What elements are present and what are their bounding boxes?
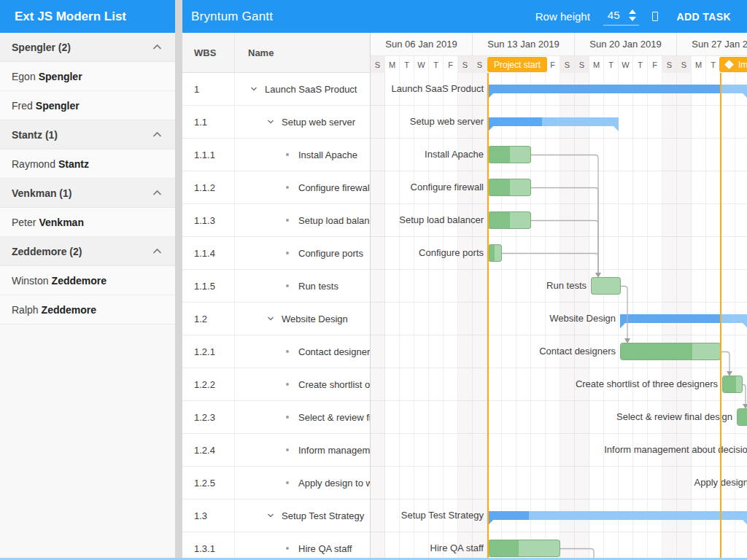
last-name: Venkman: [39, 217, 83, 228]
task-bar[interactable]: [488, 146, 531, 163]
task-row[interactable]: 1.1.4 Configure ports: [182, 237, 370, 270]
row-height-stepper[interactable]: [629, 9, 636, 21]
first-name: Egon: [12, 71, 36, 82]
contact-list-item[interactable]: FredSpengler: [0, 91, 175, 120]
day-header-cell: S: [473, 56, 487, 73]
chevron-up-icon[interactable]: [152, 190, 162, 196]
task-name: Run tests: [298, 281, 338, 292]
task-bar[interactable]: [488, 540, 560, 557]
row-height-value[interactable]: 45: [608, 9, 620, 21]
task-row[interactable]: 1.2.2 Create shortlist of three designer…: [182, 368, 370, 401]
task-row[interactable]: 1.2.1 Contact designers: [182, 335, 370, 368]
chevron-down-icon[interactable]: [266, 510, 276, 521]
task-bar[interactable]: [591, 277, 621, 295]
contact-list-item[interactable]: EgonSpengler: [0, 62, 175, 91]
name-cell: Install Apache: [235, 139, 370, 171]
leaf-bullet-icon: [286, 547, 289, 550]
panel-splitter[interactable]: [175, 0, 182, 560]
day-header-cell: T: [604, 56, 619, 73]
task-row[interactable]: 1.2.5 Apply design to website and test: [182, 467, 370, 499]
task-row[interactable]: 1.1.5 Run tests: [182, 270, 370, 303]
task-row[interactable]: 1.2.3 Select & review final design: [182, 401, 370, 434]
task-bar[interactable]: [620, 343, 721, 360]
task-progress: [488, 511, 529, 525]
project-start-label[interactable]: Project start: [487, 57, 547, 72]
task-bar[interactable]: [737, 408, 747, 426]
contact-list-item[interactable]: RalphZeddemore: [0, 295, 175, 324]
task-row[interactable]: 1.2 Website Design: [182, 303, 370, 335]
important-date-label[interactable]: Important date: [719, 57, 747, 72]
parent-task-bar[interactable]: [488, 85, 747, 98]
chevron-up-icon[interactable]: [152, 131, 162, 138]
task-name: Inform management about decision: [298, 445, 370, 456]
contact-list-item[interactable]: PeterVenkman: [0, 208, 175, 237]
chevron-up-icon[interactable]: [152, 248, 162, 254]
chevron-down-icon[interactable]: [249, 84, 259, 94]
name-cell: Select & review final design: [235, 401, 370, 433]
task-row[interactable]: 1.1 Setup web server: [182, 106, 370, 139]
parent-task-bar[interactable]: [488, 511, 747, 525]
contact-group-header[interactable]: Spengler (2): [0, 33, 175, 62]
task-bar-label: Inform management about decision: [604, 444, 747, 455]
first-name: Peter: [12, 217, 36, 228]
day-header-cell: M: [385, 56, 400, 73]
contact-list-item[interactable]: RaymondStantz: [0, 149, 175, 179]
name-column-header[interactable]: Name: [235, 33, 370, 72]
leaf-bullet-icon: [286, 153, 289, 156]
app-root: Ext JS Modern List Spengler (2) EgonSpen…: [0, 0, 747, 560]
task-row[interactable]: 1 Launch SaaS Product: [182, 73, 370, 106]
task-row[interactable]: 1.1.1 Install Apache: [182, 139, 370, 171]
task-bar[interactable]: [722, 376, 743, 393]
weekend-shading: [371, 73, 385, 560]
chevron-down-icon[interactable]: [266, 117, 276, 127]
contact-list-item[interactable]: WinstonZeddemore: [0, 266, 175, 295]
task-bar[interactable]: [488, 179, 531, 196]
spinner-up-icon[interactable]: [629, 9, 636, 14]
contact-group-header[interactable]: Stantz (1): [0, 120, 175, 149]
week-header-cell: Sun 06 Jan 2019: [371, 33, 473, 56]
chevron-down-icon[interactable]: [266, 314, 276, 324]
last-name: Spengler: [39, 71, 82, 82]
task-bar-label: Install Apache: [425, 149, 484, 160]
grid-rows: 1 Launch SaaS Product 1.1 Setup web serv…: [182, 73, 370, 560]
task-name: Hire QA staff: [298, 543, 352, 554]
wbs-cell: 1.2.3: [182, 401, 235, 433]
leaf-bullet-icon: [286, 219, 289, 222]
gantt-panel: Bryntum Gantt Row height 45 ADD TASK WBS: [182, 0, 747, 560]
unknown-glyph-icon[interactable]: [652, 12, 658, 21]
contact-group-header[interactable]: Zeddemore (2): [0, 237, 175, 266]
task-bar-label: Setup web server: [410, 116, 484, 127]
last-name: Zeddemore: [42, 304, 96, 316]
name-cell: Inform management about decision: [235, 434, 370, 466]
task-row[interactable]: 1.3.1 Hire QA staff: [182, 532, 370, 560]
parent-task-bar[interactable]: [488, 117, 619, 131]
gantt-body: WBS Name 1 Launch SaaS Product 1.1 Setup…: [182, 33, 747, 560]
week-header-cell: Sun 27 Jan 2019: [677, 33, 747, 56]
row-height-field[interactable]: 45: [603, 7, 639, 26]
task-row[interactable]: 1.3 Setup Test Strategy: [182, 499, 370, 532]
task-row[interactable]: 1.1.3 Setup load balancer: [182, 204, 370, 237]
day-header-cell: S: [371, 56, 385, 73]
name-cell: Launch SaaS Product: [235, 73, 370, 105]
spinner-down-icon[interactable]: [629, 17, 636, 21]
wbs-column-header[interactable]: WBS: [182, 33, 235, 72]
day-header-cell: F: [648, 56, 662, 73]
task-bar[interactable]: [488, 211, 531, 229]
day-header-cell: T: [706, 56, 721, 73]
task-name: Select & review final design: [298, 412, 370, 423]
toolbar-controls: Row height 45 ADD TASK: [535, 7, 737, 27]
task-row[interactable]: 1.2.4 Inform management about decision: [182, 434, 370, 467]
add-task-button[interactable]: ADD TASK: [671, 7, 738, 27]
leaf-bullet-icon: [286, 481, 289, 484]
task-name: Configure firewall: [298, 182, 370, 193]
task-bar[interactable]: [488, 244, 502, 262]
last-name: Zeddemore: [52, 275, 107, 287]
wbs-cell: 1.2.2: [182, 368, 235, 400]
name-cell: Setup web server: [235, 106, 370, 138]
day-header-cell: S: [662, 56, 677, 73]
task-name: Install Apache: [298, 149, 357, 160]
task-bar-label: Create shortlist of three designers: [576, 378, 718, 389]
chevron-up-icon[interactable]: [152, 44, 162, 50]
task-row[interactable]: 1.1.2 Configure firewall: [182, 171, 370, 204]
contact-group-header[interactable]: Venkman (1): [0, 179, 175, 208]
